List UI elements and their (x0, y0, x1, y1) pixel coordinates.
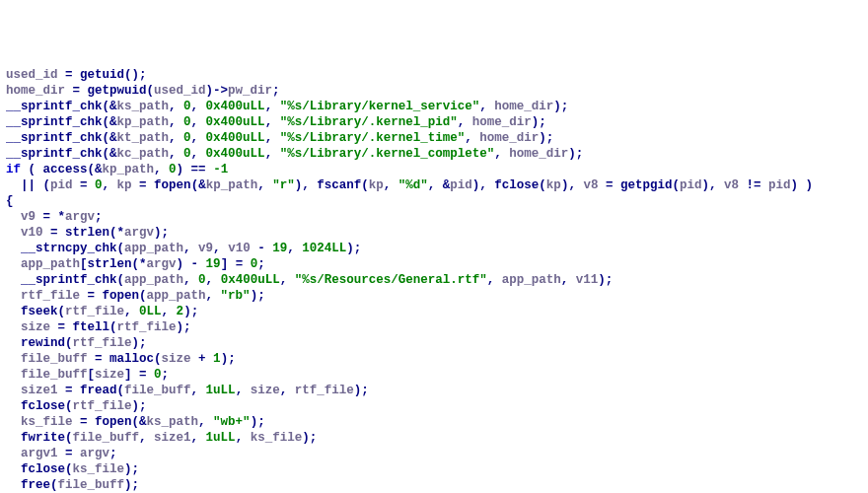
code-block: used_id = getuid();home_dir = getpwuid(u… (6, 67, 862, 493)
token-fn: fopen (154, 178, 191, 192)
token-pn (6, 336, 21, 350)
token-pn: , (257, 178, 272, 192)
token-num: 1 (213, 352, 221, 366)
code-line: v9 = *argv; (6, 209, 862, 225)
token-v: v8 (724, 178, 739, 192)
token-pn: ); (132, 336, 147, 350)
token-v: app_path (21, 257, 80, 271)
token-v: ks_file (73, 462, 125, 476)
token-v: kt_path (117, 131, 170, 145)
token-fn: fwrite (21, 431, 65, 445)
token-pn: ); (598, 273, 613, 287)
token-pn: ( (50, 478, 58, 492)
code-line: fwrite(file_buff, size1, 1uLL, ks_file); (6, 430, 862, 446)
token-pn: , (191, 147, 206, 161)
token-pn: , (103, 178, 117, 192)
token-pn (6, 368, 21, 382)
token-pn: ) == (177, 163, 214, 176)
token-v: home_dir (509, 147, 568, 161)
code-line: fseek(rtf_file, 0LL, 2); (6, 304, 862, 319)
token-v: pid (680, 178, 702, 192)
token-fn: fopen (95, 415, 132, 429)
token-v: rtf_file (117, 320, 177, 334)
token-num: 0x400uLL (206, 115, 265, 129)
token-v: used_id (6, 68, 58, 82)
token-v: rtf_file (65, 305, 124, 318)
token-pn: , (280, 273, 295, 287)
token-v: argv (124, 226, 154, 240)
token-v: ks_file (251, 431, 303, 445)
token-num: 1uLL (206, 431, 236, 445)
token-v: kp_path (206, 178, 258, 192)
token-num: 1uLL (206, 384, 236, 397)
token-v: rtf_file (73, 336, 132, 350)
token-v: v8 (583, 178, 598, 192)
token-str: "%s/Library/.kernel_complete" (280, 147, 495, 161)
token-pn: ( (65, 336, 73, 350)
token-pn (6, 226, 21, 240)
token-pn: (& (132, 415, 147, 429)
token-pn: ( (109, 320, 117, 334)
token-v: kp_path (117, 115, 170, 129)
token-pn: ( (539, 178, 546, 192)
token-pn: , (458, 115, 472, 129)
token-fn: getpwuid (88, 84, 147, 98)
token-op: = (598, 178, 620, 192)
token-str: "%s/Resources/General.rtf" (295, 273, 487, 287)
token-fn: fclose (494, 178, 539, 192)
token-pn: ( (154, 352, 162, 366)
token-v: home_dir (472, 115, 532, 129)
token-pn (6, 415, 21, 429)
token-str: "%s/Library/.kernel_time" (280, 131, 466, 145)
token-pn: , (169, 115, 183, 129)
token-pn: , (265, 131, 280, 145)
code-line: used_id = getuid(); (6, 67, 862, 83)
code-line: || (pid = 0, kp = fopen(&kp_path, "r"), … (6, 177, 862, 193)
token-pn (6, 257, 21, 271)
token-pn: , (124, 305, 139, 318)
token-pn: ( (147, 84, 155, 98)
token-v: size1 (154, 431, 191, 445)
token-v: v11 (576, 273, 599, 287)
code-line: home_dir = getpwuid(used_id)->pw_dir; (6, 83, 862, 99)
token-v: size (21, 320, 50, 334)
token-pn: (& (103, 147, 117, 161)
token-pn: ; (257, 257, 265, 271)
token-pn (6, 273, 21, 287)
token-pn (6, 447, 21, 460)
token-pn: ), (701, 178, 724, 192)
token-pn: ( (139, 289, 147, 303)
token-pn: ) - (177, 257, 206, 271)
token-fn: __sprintf_chk (6, 147, 103, 161)
token-fn: fopen (103, 289, 140, 303)
token-pn: , (494, 147, 509, 161)
token-pn: (* (132, 257, 147, 271)
token-v: pid (50, 178, 73, 192)
token-pn (6, 289, 21, 303)
token-pn: , (183, 242, 198, 255)
token-num: 0 (183, 100, 191, 113)
token-num: 19 (272, 242, 287, 255)
token-fn: fread (80, 384, 117, 397)
token-v: app_path (502, 273, 561, 287)
token-num: 0x400uLL (206, 131, 265, 145)
token-v: used_id (154, 84, 206, 98)
token-pn: ); (553, 100, 568, 113)
token-pn: , (213, 242, 228, 255)
token-pn: , (236, 431, 251, 445)
token-pn (6, 305, 21, 318)
token-op: - (251, 242, 273, 255)
code-line: app_path[strlen(*argv) - 19] = 0; (6, 256, 862, 272)
token-fn: __sprintf_chk (21, 273, 117, 287)
token-op: != (739, 178, 768, 192)
token-op: = (132, 178, 155, 192)
token-pn: , (198, 415, 213, 429)
token-pn: , (487, 273, 502, 287)
code-line: { (6, 193, 862, 209)
token-pn: , (280, 384, 295, 397)
token-pn: , (265, 115, 280, 129)
token-fn: __strncpy_chk (21, 242, 117, 255)
token-pn (6, 210, 21, 224)
token-pn: ); (568, 147, 583, 161)
token-pn: ( (117, 242, 125, 255)
